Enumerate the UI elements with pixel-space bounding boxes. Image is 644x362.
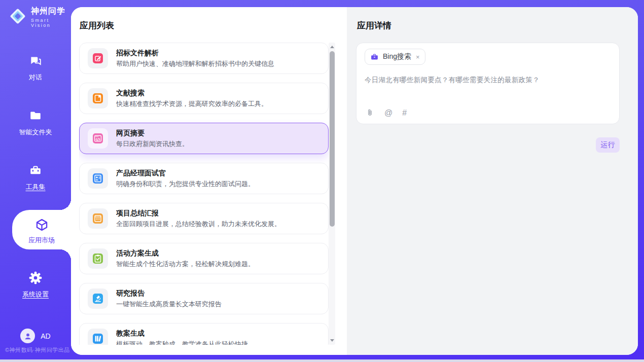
user-initials: AD	[41, 332, 50, 340]
app-card-lesson-plan[interactable]: 教案生成 模板驱动，教案秒成，教学准备从此轻松快捷	[79, 323, 329, 345]
app-card-title: 项目总结汇报	[116, 208, 281, 218]
app-card-bid-parse[interactable]: 招标文件解析 帮助用户快速、准确地理解和解析招标书中的关键信息	[79, 43, 329, 74]
avatar	[20, 329, 35, 343]
app-card-title: 文献搜索	[116, 88, 268, 97]
brand-name: 神州问学	[31, 6, 71, 17]
copyright-footer: ©神州数码·神州问学出品	[5, 346, 70, 354]
toolbox-icon	[0, 162, 71, 178]
gear-icon	[0, 270, 71, 286]
cube-icon	[12, 216, 71, 233]
app-card-project-summary[interactable]: 项目总结汇报 全面回顾项目进展，总结经验教训，助力未来优化发展。	[79, 203, 329, 234]
books-icon	[88, 329, 108, 345]
app-card-desc: 智能生成个性化活动方案，轻松解决规划难题。	[116, 260, 255, 269]
at-icon[interactable]: @	[384, 108, 392, 118]
app-card-desc: 快速精准查找学术资源，提高研究效率的必备工具。	[116, 99, 268, 108]
sidebar-item-label: 系统设置	[22, 290, 49, 299]
run-button[interactable]: 运行	[596, 137, 620, 153]
content-shell: 应用列表 招标文件解析 帮助用户快速、准确地理解和解析招标书中的关键信息 文献搜…	[71, 7, 638, 355]
sidebar-item-smart-folders[interactable]: 智能文件夹	[0, 107, 71, 137]
sidebar-item-chat[interactable]: 对话	[0, 53, 71, 82]
briefcase-icon	[370, 53, 379, 61]
tool-chip-bing-search[interactable]: Bing搜索 ×	[365, 49, 425, 65]
hash-icon[interactable]: #	[402, 108, 407, 118]
app-list-panel: 应用列表 招标文件解析 帮助用户快速、准确地理解和解析招标书中的关键信息 文献搜…	[71, 7, 347, 355]
scrollbar-thumb[interactable]	[330, 51, 335, 227]
sidebar: 神州问学 Smart Vision 对话 智能文件夹 工具集 应用市场 系统设置…	[0, 0, 71, 359]
sidebar-item-system-settings[interactable]: 系统设置	[0, 270, 71, 299]
sidebar-item-label: 对话	[29, 73, 42, 82]
app-card-title: 研究报告	[116, 288, 222, 298]
app-card-literature-search[interactable]: 文献搜索 快速精准查找学术资源，提高研究效率的必备工具。	[79, 83, 329, 114]
input-toolbar: @#	[365, 108, 407, 118]
app-card-title: 网页摘要	[116, 128, 189, 137]
scroll-up-icon[interactable]	[330, 46, 334, 48]
tool-chip-label: Bing搜索	[383, 52, 411, 61]
app-card-desc: 每日政府新闻资讯快查。	[116, 139, 189, 149]
paperclip-icon[interactable]	[365, 108, 375, 118]
window-bottom-edge	[0, 359, 644, 362]
app-card-desc: 全面回顾项目进展，总结经验教训，助力未来优化发展。	[116, 220, 281, 229]
query-input-area[interactable]: Bing搜索 × 今日湖北有哪些新闻要点？有哪些需要关注的最新政策？ @#	[356, 43, 620, 124]
app-card-pm-interviewer[interactable]: 产品经理面试官 明确身份和职责，为您提供专业性的面试问题。	[79, 163, 329, 194]
app-list-title: 应用列表	[80, 20, 114, 31]
user-account[interactable]: AD	[0, 329, 71, 343]
brand-tagline: Smart Vision	[31, 18, 71, 28]
brand-diamond-icon	[8, 7, 27, 28]
sidebar-item-label: 智能文件夹	[19, 128, 52, 137]
doc-person-icon	[88, 168, 108, 189]
app-card-web-summary[interactable]: 网页摘要 每日政府新闻资讯快查。	[79, 123, 329, 154]
app-card-list: 招标文件解析 帮助用户快速、准确地理解和解析招标书中的关键信息 文献搜索 快速精…	[79, 43, 329, 345]
app-card-title: 招标文件解析	[116, 48, 274, 57]
app-card-event-plan[interactable]: 活动方案生成 智能生成个性化活动方案，轻松解决规划难题。	[79, 243, 329, 274]
app-card-title: 教案生成	[116, 329, 248, 338]
sidebar-item-label: 工具集	[26, 183, 46, 192]
query-text[interactable]: 今日湖北有哪些新闻要点？有哪些需要关注的最新政策？	[365, 76, 611, 85]
app-list-scrollbar[interactable]	[329, 43, 335, 345]
app-detail-title: 应用详情	[357, 20, 391, 31]
sidebar-item-label: 应用市场	[28, 236, 55, 245]
chip-close-icon[interactable]: ×	[416, 54, 420, 60]
scroll-down-icon[interactable]	[330, 339, 334, 342]
clipboard-check-icon	[88, 248, 108, 269]
folder-icon	[0, 107, 71, 124]
note-grid-icon	[88, 208, 108, 229]
app-detail-panel: 应用详情 Bing搜索 × 今日湖北有哪些新闻要点？有哪些需要关注的最新政策？ …	[347, 7, 638, 355]
app-card-title: 产品经理面试官	[116, 168, 255, 177]
edit-square-icon	[88, 48, 108, 68]
sidebar-item-toolset[interactable]: 工具集	[0, 162, 71, 192]
chat-icon	[0, 53, 71, 69]
sidebar-item-app-market[interactable]: 应用市场	[12, 210, 71, 249]
app-card-desc: 模板驱动，教案秒成，教学准备从此轻松快捷	[116, 340, 248, 345]
app-card-desc: 帮助用户快速、准确地理解和解析招标书中的关键信息	[116, 59, 274, 68]
book-icon	[88, 88, 108, 108]
app-card-desc: 明确身份和职责，为您提供专业性的面试问题。	[116, 179, 255, 189]
app-card-research-report[interactable]: 研究报告 一键智能生成高质量长文本研究报告	[79, 283, 329, 314]
browser-code-icon	[88, 128, 108, 149]
microscope-icon	[88, 288, 108, 309]
brand-logo: 神州问学 Smart Vision	[8, 6, 71, 28]
app-card-desc: 一键智能生成高质量长文本研究报告	[116, 300, 222, 309]
app-card-title: 活动方案生成	[116, 248, 255, 258]
